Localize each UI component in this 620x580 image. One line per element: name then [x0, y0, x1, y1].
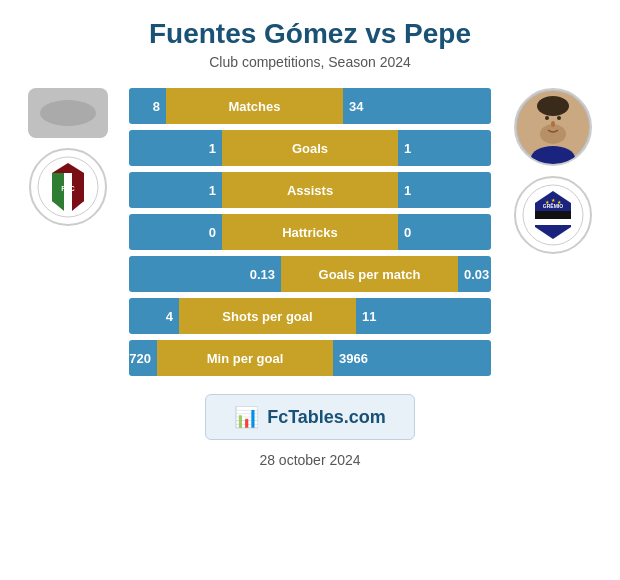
- stat-row: 0.13 Goals per match 0.03: [129, 256, 491, 292]
- right-bar: 11: [356, 298, 491, 334]
- left-value: 4: [166, 309, 173, 324]
- svg-point-5: [537, 96, 569, 116]
- right-value: 11: [362, 309, 376, 324]
- left-value: 0.13: [250, 267, 275, 282]
- stat-label: Matches: [166, 88, 343, 124]
- right-value: 34: [349, 99, 363, 114]
- right-value: 0: [404, 225, 411, 240]
- player2-avatar: [514, 88, 592, 166]
- stat-label: Min per goal: [157, 340, 333, 376]
- left-bar: 8: [129, 88, 166, 124]
- page-title: Fuentes Gómez vs Pepe: [149, 18, 471, 50]
- right-col: GRÊMIO FBPA ★ ★ ★: [495, 88, 610, 254]
- stat-row: 0 Hattricks 0: [129, 214, 491, 250]
- stat-row: 8 Matches 34: [129, 88, 491, 124]
- stat-row: 1 Goals 1: [129, 130, 491, 166]
- stat-label: Hattricks: [222, 214, 398, 250]
- stat-label: Goals per match: [281, 256, 458, 292]
- right-bar: 0.03: [458, 256, 491, 292]
- left-value: 1: [209, 141, 216, 156]
- right-value: 1: [404, 141, 411, 156]
- stat-label: Shots per goal: [179, 298, 356, 334]
- svg-text:FFC: FFC: [61, 185, 75, 192]
- left-value: 1: [209, 183, 216, 198]
- left-bar: 1: [129, 130, 222, 166]
- player1-avatar: [28, 88, 108, 138]
- right-value: 1: [404, 183, 411, 198]
- stat-row: 4 Shots per goal 11: [129, 298, 491, 334]
- left-bar: 4: [129, 298, 179, 334]
- svg-rect-13: [535, 219, 571, 225]
- bars-col: 8 Matches 34 1 Goals 1 1 Assists 1: [129, 88, 491, 376]
- right-bar: 1: [398, 130, 491, 166]
- left-bar: 0.13: [129, 256, 281, 292]
- date-text: 28 october 2024: [259, 452, 360, 468]
- comparison-area: FFC 8 Matches 34 1 Goals 1 1: [0, 88, 620, 376]
- left-bar: 720: [129, 340, 157, 376]
- right-bar: 34: [343, 88, 491, 124]
- fctables-badge: 📊 FcTables.com: [205, 394, 415, 440]
- left-value: 720: [129, 351, 151, 366]
- club1-logo: FFC: [29, 148, 107, 226]
- page-subtitle: Club competitions, Season 2024: [209, 54, 411, 70]
- stat-row: 1 Assists 1: [129, 172, 491, 208]
- club2-logo: GRÊMIO FBPA ★ ★ ★: [514, 176, 592, 254]
- stat-label: Goals: [222, 130, 398, 166]
- svg-point-0: [40, 100, 96, 126]
- page: Fuentes Gómez vs Pepe Club competitions,…: [0, 0, 620, 580]
- right-bar: 1: [398, 172, 491, 208]
- left-col: FFC: [10, 88, 125, 226]
- left-value: 8: [153, 99, 160, 114]
- fctables-text: FcTables.com: [267, 407, 386, 428]
- svg-point-8: [557, 116, 561, 120]
- left-bar: 0: [129, 214, 222, 250]
- svg-text:FBPA: FBPA: [547, 229, 557, 234]
- svg-point-7: [545, 116, 549, 120]
- stat-label: Assists: [222, 172, 398, 208]
- left-bar: 1: [129, 172, 222, 208]
- right-value: 0.03: [464, 267, 489, 282]
- svg-rect-12: [535, 211, 571, 219]
- right-value: 3966: [339, 351, 368, 366]
- right-bar: 0: [398, 214, 491, 250]
- left-value: 0: [209, 225, 216, 240]
- svg-point-9: [551, 121, 555, 127]
- fctables-icon: 📊: [234, 405, 259, 429]
- right-bar: 3966: [333, 340, 491, 376]
- stat-row: 720 Min per goal 3966: [129, 340, 491, 376]
